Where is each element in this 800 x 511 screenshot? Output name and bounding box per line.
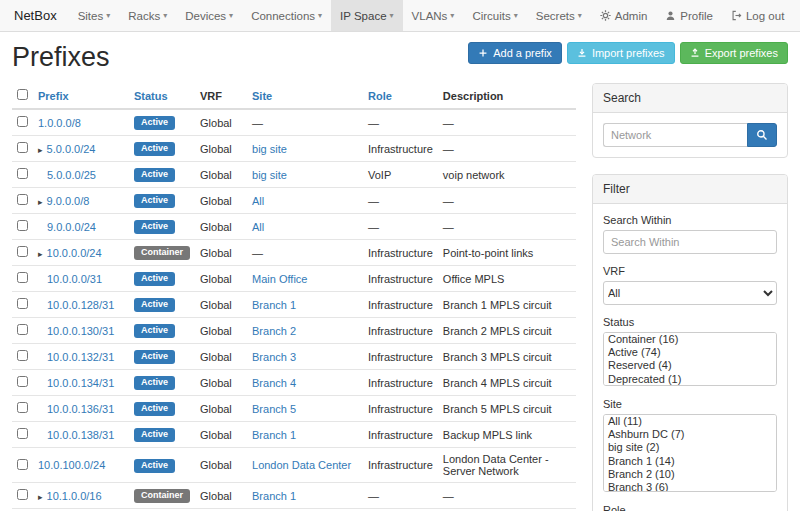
- listbox-option[interactable]: All (11): [604, 415, 776, 428]
- filter-listbox-status[interactable]: Container (16)Active (74)Reserved (4)Dep…: [603, 332, 777, 386]
- site-link[interactable]: big site: [252, 143, 287, 155]
- prefix-cell: 10.0.0.0/31: [33, 266, 129, 292]
- nav-item-secrets[interactable]: Secrets▾: [527, 0, 591, 31]
- app-brand[interactable]: NetBox: [10, 0, 69, 31]
- row-checkbox[interactable]: [17, 428, 28, 439]
- row-checkbox[interactable]: [17, 194, 28, 205]
- prefix-link[interactable]: 9.0.0.0/24: [47, 221, 96, 233]
- row-checkbox[interactable]: [17, 272, 28, 283]
- site-link[interactable]: All: [252, 221, 264, 233]
- column-header-vrf: VRF: [195, 83, 247, 109]
- row-checkbox[interactable]: [17, 246, 28, 257]
- prefix-link[interactable]: 5.0.0.0/25: [47, 169, 96, 181]
- nav-item-sites[interactable]: Sites▾: [69, 0, 120, 31]
- vrf-cell: Global: [195, 240, 247, 266]
- nav-item-ip-space[interactable]: IP Space▾: [331, 0, 402, 31]
- prefix-link[interactable]: 9.0.0.0/8: [47, 195, 90, 207]
- row-checkbox[interactable]: [17, 142, 28, 153]
- prefix-link[interactable]: 10.1.0.0/16: [47, 490, 102, 502]
- prefix-link[interactable]: 10.0.0.128/31: [47, 299, 114, 311]
- row-checkbox[interactable]: [17, 350, 28, 361]
- prefix-link[interactable]: 10.0.0.0/31: [47, 273, 102, 285]
- site-link[interactable]: big site: [252, 169, 287, 181]
- sidebar: Search Filter Search WithinVRFAllStatusC…: [592, 83, 788, 511]
- nav-item-vlans[interactable]: VLANs▾: [403, 0, 464, 31]
- select-all-checkbox[interactable]: [17, 89, 28, 100]
- listbox-option[interactable]: Container (16): [604, 333, 776, 346]
- filter-input-search-within[interactable]: [603, 230, 777, 254]
- prefix-link[interactable]: 10.0.0.138/31: [47, 429, 114, 441]
- nav-log-out[interactable]: Log out: [722, 0, 793, 31]
- site-link[interactable]: Branch 1: [252, 299, 296, 311]
- prefix-link[interactable]: 5.0.0.0/24: [47, 143, 96, 155]
- row-checkbox[interactable]: [17, 220, 28, 231]
- description-cell: —: [438, 214, 576, 240]
- prefix-link[interactable]: 10.0.0.136/31: [47, 403, 114, 415]
- listbox-option[interactable]: Ashburn DC (7): [604, 428, 776, 441]
- prefix-link[interactable]: 10.0.0.0/24: [47, 247, 102, 259]
- filter-listbox-site[interactable]: All (11)Ashburn DC (7)big site (2)Branch…: [603, 414, 777, 492]
- site-link[interactable]: All: [252, 195, 264, 207]
- prefix-link[interactable]: 1.0.0.0/8: [38, 117, 81, 129]
- import-prefixes-button[interactable]: Import prefixes: [567, 42, 675, 64]
- prefix-link[interactable]: 10.0.0.130/31: [47, 325, 114, 337]
- status-cell: Active: [129, 422, 195, 448]
- prefix-cell: ▸10.0.0.0/24: [33, 240, 129, 266]
- listbox-option[interactable]: Reserved (4): [604, 359, 776, 372]
- row-checkbox[interactable]: [17, 324, 28, 335]
- listbox-option[interactable]: Branch 2 (10): [604, 468, 776, 481]
- expand-icon[interactable]: ▸: [38, 197, 43, 207]
- row-checkbox[interactable]: [17, 116, 28, 127]
- site-link[interactable]: Branch 2: [252, 325, 296, 337]
- expand-icon[interactable]: ▸: [38, 145, 43, 155]
- expand-icon[interactable]: ▸: [38, 492, 43, 502]
- site-link[interactable]: London Data Center: [252, 459, 351, 471]
- row-checkbox[interactable]: [17, 168, 28, 179]
- filter-field-status: StatusContainer (16)Active (74)Reserved …: [603, 316, 777, 387]
- nav-item-label: Profile: [680, 10, 713, 22]
- site-link[interactable]: Branch 5: [252, 403, 296, 415]
- nav-item-devices[interactable]: Devices▾: [176, 0, 242, 31]
- status-cell: Active: [129, 396, 195, 422]
- column-header-prefix[interactable]: Prefix: [33, 83, 129, 109]
- prefix-cell: 10.0.0.134/31: [33, 370, 129, 396]
- description-cell: —: [438, 188, 576, 214]
- listbox-option[interactable]: big site (2): [604, 441, 776, 454]
- search-button[interactable]: [747, 123, 777, 147]
- column-header-site[interactable]: Site: [247, 83, 363, 109]
- nav-profile[interactable]: Profile: [656, 0, 722, 31]
- status-badge: Active: [134, 142, 175, 156]
- site-link[interactable]: Branch 1: [252, 490, 296, 502]
- row-checkbox[interactable]: [17, 402, 28, 413]
- prefix-link[interactable]: 10.0.100.0/24: [38, 459, 105, 471]
- import-icon: [577, 48, 587, 58]
- vrf-cell: Global: [195, 136, 247, 162]
- site-link[interactable]: Branch 1: [252, 429, 296, 441]
- filter-select-vrf[interactable]: All: [603, 281, 777, 305]
- chevron-down-icon: ▾: [229, 11, 233, 20]
- site-link[interactable]: Branch 4: [252, 377, 296, 389]
- export-prefixes-button[interactable]: Export prefixes: [680, 42, 788, 64]
- status-cell: Active: [129, 109, 195, 136]
- listbox-option[interactable]: Deprecated (1): [604, 373, 776, 386]
- site-link[interactable]: Branch 3: [252, 351, 296, 363]
- nav-admin[interactable]: Admin: [591, 0, 657, 31]
- prefix-link[interactable]: 10.0.0.134/31: [47, 377, 114, 389]
- search-input[interactable]: [603, 123, 747, 147]
- expand-icon[interactable]: ▸: [38, 249, 43, 259]
- listbox-option[interactable]: Branch 3 (6): [604, 481, 776, 492]
- listbox-option[interactable]: Branch 1 (14): [604, 455, 776, 468]
- prefix-link[interactable]: 10.0.0.132/31: [47, 351, 114, 363]
- column-header-role[interactable]: Role: [363, 83, 438, 109]
- site-link[interactable]: Main Office: [252, 273, 307, 285]
- nav-item-circuits[interactable]: Circuits▾: [463, 0, 526, 31]
- row-checkbox[interactable]: [17, 459, 28, 470]
- nav-item-connections[interactable]: Connections▾: [242, 0, 331, 31]
- row-checkbox[interactable]: [17, 376, 28, 387]
- listbox-option[interactable]: Active (74): [604, 346, 776, 359]
- row-checkbox[interactable]: [17, 298, 28, 309]
- add-a-prefix-button[interactable]: Add a prefix: [468, 42, 562, 64]
- column-header-status[interactable]: Status: [129, 83, 195, 109]
- nav-item-racks[interactable]: Racks▾: [119, 0, 176, 31]
- row-checkbox[interactable]: [17, 489, 28, 500]
